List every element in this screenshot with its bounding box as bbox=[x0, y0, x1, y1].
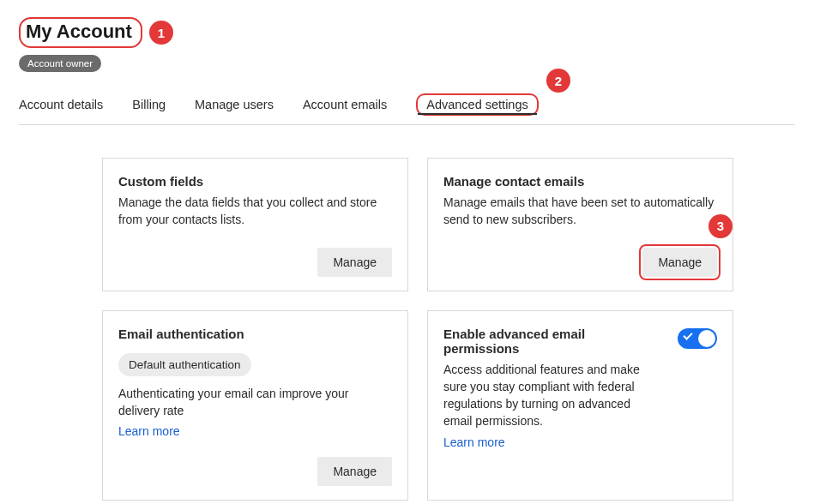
tab-manage-users[interactable]: Manage users bbox=[195, 98, 274, 120]
card-desc: Access additional features and make sure… bbox=[443, 361, 662, 430]
card-contact-emails: Manage contact emails Manage emails that… bbox=[427, 158, 733, 291]
check-icon bbox=[683, 330, 692, 339]
card-title: Enable advanced email permissions bbox=[443, 327, 662, 356]
tabs-bar: Account details Billing Manage users Acc… bbox=[19, 98, 795, 125]
permissions-toggle[interactable] bbox=[678, 328, 717, 349]
card-title: Email authentication bbox=[118, 327, 392, 341]
callout-badge-3: 3 bbox=[708, 214, 733, 238]
card-desc: Manage emails that have been set to auto… bbox=[443, 194, 717, 229]
learn-more-link[interactable]: Learn more bbox=[118, 424, 180, 438]
tab-account-details[interactable]: Account details bbox=[19, 98, 103, 120]
manage-contact-emails-button[interactable]: Manage bbox=[642, 248, 717, 277]
tab-advanced-settings[interactable]: Advanced settings bbox=[416, 93, 539, 116]
manage-custom-fields-button[interactable]: Manage bbox=[317, 248, 392, 277]
manage-email-auth-button[interactable]: Manage bbox=[317, 457, 392, 486]
page-title: My Account bbox=[19, 17, 142, 48]
card-title: Manage contact emails bbox=[443, 174, 717, 189]
tab-account-emails[interactable]: Account emails bbox=[303, 98, 387, 120]
card-custom-fields: Custom fields Manage the data fields tha… bbox=[102, 158, 408, 291]
card-desc: Manage the data fields that you collect … bbox=[118, 194, 392, 229]
learn-more-link[interactable]: Learn more bbox=[443, 435, 505, 449]
tab-billing[interactable]: Billing bbox=[132, 98, 166, 120]
card-title: Custom fields bbox=[118, 174, 392, 189]
card-advanced-permissions: Enable advanced email permissions Access… bbox=[427, 310, 733, 501]
callout-badge-1: 1 bbox=[149, 21, 173, 45]
role-badge: Account owner bbox=[19, 55, 101, 72]
card-email-authentication: Email authentication Default authenticat… bbox=[102, 310, 408, 501]
auth-status-pill: Default authentication bbox=[118, 353, 251, 376]
callout-badge-2: 2 bbox=[546, 69, 570, 93]
toggle-knob bbox=[698, 330, 715, 347]
card-desc: Authenticating your email can improve yo… bbox=[118, 385, 392, 420]
